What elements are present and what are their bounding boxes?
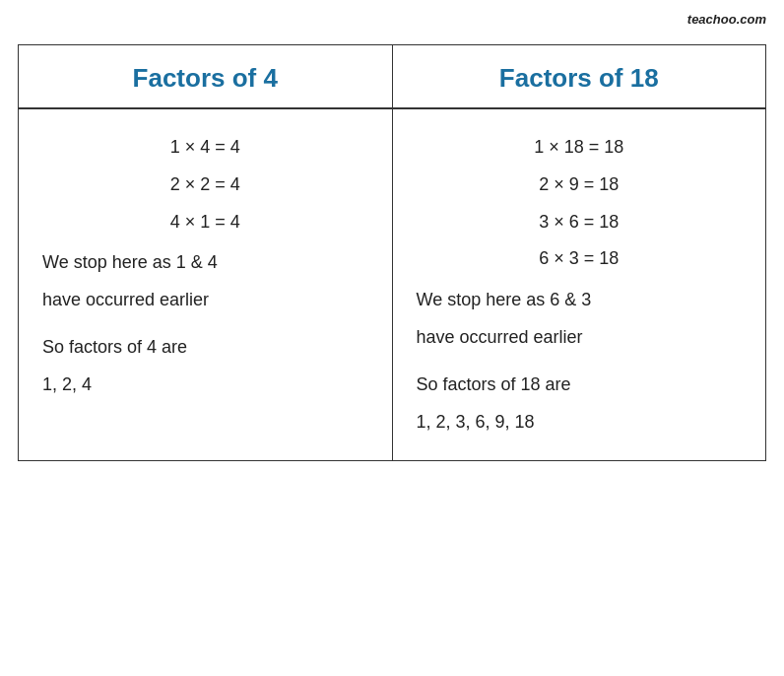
right-stop-line2: have occurred earlier: [417, 319, 743, 357]
content-row: 1 × 4 = 4 2 × 2 = 4 4 × 1 = 4 We stop he…: [19, 108, 765, 460]
header-row: Factors of 4 Factors of 18: [19, 45, 765, 108]
right-eq-4: 6 × 3 = 18: [417, 240, 743, 278]
left-eq-1: 1 × 4 = 4: [42, 129, 368, 167]
left-summary-line2: 1, 2, 4: [42, 367, 368, 404]
right-header: Factors of 18: [393, 45, 766, 107]
left-content: 1 × 4 = 4 2 × 2 = 4 4 × 1 = 4 We stop he…: [19, 109, 393, 460]
right-stop-line1: We stop here as 6 & 3: [417, 282, 743, 319]
left-header: Factors of 4: [19, 45, 393, 107]
right-eq-2: 2 × 9 = 18: [417, 167, 743, 204]
watermark: teachoo.com: [687, 12, 766, 27]
right-summary-line1: So factors of 18 are: [417, 367, 743, 404]
right-summary-line2: 1, 2, 3, 6, 9, 18: [417, 404, 743, 441]
right-content: 1 × 18 = 18 2 × 9 = 18 3 × 6 = 18 6 × 3 …: [393, 109, 766, 460]
left-stop-line2: have occurred earlier: [42, 282, 368, 319]
left-eq-2: 2 × 2 = 4: [42, 167, 368, 204]
right-eq-1: 1 × 18 = 18: [417, 129, 743, 167]
left-eq-3: 4 × 1 = 4: [42, 204, 368, 241]
right-eq-3: 3 × 6 = 18: [417, 204, 743, 241]
left-summary-line1: So factors of 4 are: [42, 329, 368, 367]
main-table: Factors of 4 Factors of 18 1 × 4 = 4 2 ×…: [18, 44, 766, 461]
left-stop-line1: We stop here as 1 & 4: [42, 244, 368, 282]
